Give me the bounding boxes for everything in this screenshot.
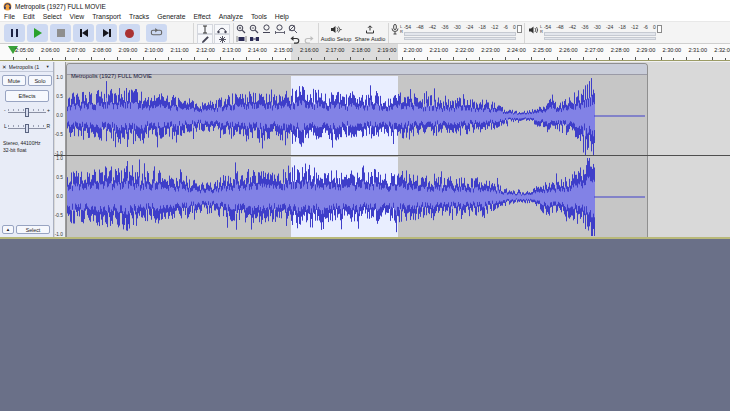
track-rate-label: Stereo, 44100Hz xyxy=(3,140,41,147)
play-icon xyxy=(34,28,42,38)
audio-setup-button[interactable]: Audio Setup xyxy=(320,24,352,43)
menu-item-effect[interactable]: Effect xyxy=(190,12,215,22)
recording-meter[interactable]: LR -54-48-42-36-30-24-18-12-60 xyxy=(391,24,522,43)
redo-icon xyxy=(304,35,315,44)
skip-to-end-button[interactable] xyxy=(96,24,117,42)
timeline-tick xyxy=(117,57,118,60)
menu-item-help[interactable]: Help xyxy=(271,12,293,22)
timeline-minor-tick xyxy=(363,58,364,60)
timeline-minor-tick xyxy=(130,58,131,60)
menu-item-tools[interactable]: Tools xyxy=(247,12,271,22)
pan-slider[interactable]: L R xyxy=(4,122,50,134)
timeline-tick xyxy=(168,57,169,60)
stop-button[interactable] xyxy=(50,24,71,42)
menu-item-edit[interactable]: Edit xyxy=(19,12,39,22)
solo-button[interactable]: Solo xyxy=(28,75,52,86)
db-tick-label: -30 xyxy=(454,24,461,31)
timeline-minor-tick xyxy=(414,58,415,60)
multi-tool-button[interactable] xyxy=(214,34,230,44)
clip-header[interactable]: Metropolis (1927) FULL MOVIE xyxy=(67,64,647,75)
timeline-ruler[interactable]: 2:05:002:06:002:07:002:08:002:09:002:10:… xyxy=(0,44,730,61)
zoom-fit-selection-icon xyxy=(262,24,272,34)
timeline-tick xyxy=(635,57,636,60)
timeline-minor-tick xyxy=(725,58,726,60)
waveform-left-channel[interactable] xyxy=(67,76,647,156)
skip-to-start-button[interactable] xyxy=(73,24,94,42)
collapse-track-button[interactable]: ▲ xyxy=(2,225,14,234)
zoom-out-button[interactable] xyxy=(248,24,260,34)
db-tick-label: -54 xyxy=(544,24,551,31)
timeline-minor-tick xyxy=(622,58,623,60)
timeline-label: 2:22:00 xyxy=(455,47,474,53)
timeline-tick xyxy=(661,57,662,60)
db-tick-label: 0 xyxy=(513,24,516,31)
play-button[interactable] xyxy=(27,24,48,42)
mute-button[interactable]: Mute xyxy=(2,75,26,86)
zoom-fit-project-icon xyxy=(275,24,285,34)
trim-audio-button[interactable] xyxy=(235,34,247,44)
waveform-right-channel[interactable] xyxy=(67,157,647,237)
recording-db-numbers: -54-48-42-36-30-24-18-12-60 xyxy=(404,24,516,31)
playback-meter-scale: -54-48-42-36-30-24-18-12-60 xyxy=(544,24,656,43)
timeline-label: 2:11:00 xyxy=(170,47,188,53)
playback-meter[interactable]: LR -54-48-42-36-30-24-18-12-60 xyxy=(528,24,662,43)
select-track-button[interactable]: Select xyxy=(16,225,50,234)
zoom-toggle-button[interactable] xyxy=(287,24,299,34)
envelope-tool-button[interactable] xyxy=(214,24,230,34)
toolbar-separator xyxy=(318,23,319,43)
gain-slider[interactable]: - + xyxy=(4,106,50,118)
pan-slider-thumb[interactable] xyxy=(25,124,29,133)
timeline-minor-tick xyxy=(311,58,312,60)
share-audio-button[interactable]: Share Audio xyxy=(354,24,386,43)
menu-item-analyze[interactable]: Analyze xyxy=(215,12,247,22)
track-menu-chevron-icon[interactable]: ▾ xyxy=(47,64,49,69)
timeline-tick xyxy=(39,57,40,60)
gain-slider-thumb[interactable] xyxy=(25,108,29,117)
menu-item-transport[interactable]: Transport xyxy=(88,12,125,22)
timeline-label: 2:28:00 xyxy=(611,47,630,53)
timeline-tick xyxy=(246,57,247,60)
db-tick-label: -18 xyxy=(479,24,486,31)
zoom-in-button[interactable] xyxy=(235,24,247,34)
menu-item-select[interactable]: Select xyxy=(39,12,66,22)
menu-item-tracks[interactable]: Tracks xyxy=(125,12,153,22)
menu-item-view[interactable]: View xyxy=(66,12,89,22)
record-button[interactable] xyxy=(119,24,140,42)
undo-button[interactable] xyxy=(288,34,301,44)
close-track-icon[interactable]: ✕ xyxy=(0,64,9,70)
timeline-tick xyxy=(557,57,558,60)
menu-item-file[interactable]: File xyxy=(0,12,19,22)
amp-scale-label: 1.0 xyxy=(56,75,63,80)
effects-button[interactable]: Effects xyxy=(5,90,49,102)
silence-audio-button[interactable] xyxy=(248,34,260,44)
loop-button[interactable] xyxy=(146,24,167,42)
pause-button[interactable] xyxy=(4,24,25,42)
timeline-label: 2:20:00 xyxy=(404,47,423,53)
playback-db-numbers: -54-48-42-36-30-24-18-12-60 xyxy=(544,24,656,31)
timeline-label: 2:32:00 xyxy=(714,47,730,53)
amplitude-ruler[interactable]: 1.00.50.0-0.5-1.01.00.50.0-0.5-1.0 xyxy=(55,62,66,237)
redo-button[interactable] xyxy=(303,34,316,44)
zoom-fit-project-button[interactable] xyxy=(274,24,286,34)
timeline-label: 2:21:00 xyxy=(429,47,448,53)
multi-tool-icon xyxy=(218,35,227,44)
toolbar-separator xyxy=(193,23,194,43)
db-tick-label: -36 xyxy=(441,24,448,31)
draw-tool-button[interactable] xyxy=(197,34,213,44)
timeline-tick xyxy=(453,57,454,60)
menu-item-generate[interactable]: Generate xyxy=(153,12,189,22)
desktop-background xyxy=(0,239,730,411)
timeline-label: 2:14:00 xyxy=(248,47,267,53)
db-tick-label: 0 xyxy=(653,24,656,31)
trim-audio-icon xyxy=(236,35,247,43)
zoom-fit-selection-button[interactable] xyxy=(261,24,273,34)
track-header: ✕ Metropolis (1 ▾ xyxy=(0,62,53,72)
timeline-label: 2:24:00 xyxy=(507,47,526,53)
audio-clip[interactable]: Metropolis (1927) FULL MOVIE xyxy=(66,63,648,237)
db-tick-label: -30 xyxy=(594,24,601,31)
timeline-label: 2:27:00 xyxy=(585,47,604,53)
track-name[interactable]: Metropolis (1 xyxy=(9,64,47,70)
timeline-tick xyxy=(609,57,610,60)
selection-tool-button[interactable] xyxy=(197,24,213,34)
track-format-label: 32-bit float xyxy=(3,147,41,154)
